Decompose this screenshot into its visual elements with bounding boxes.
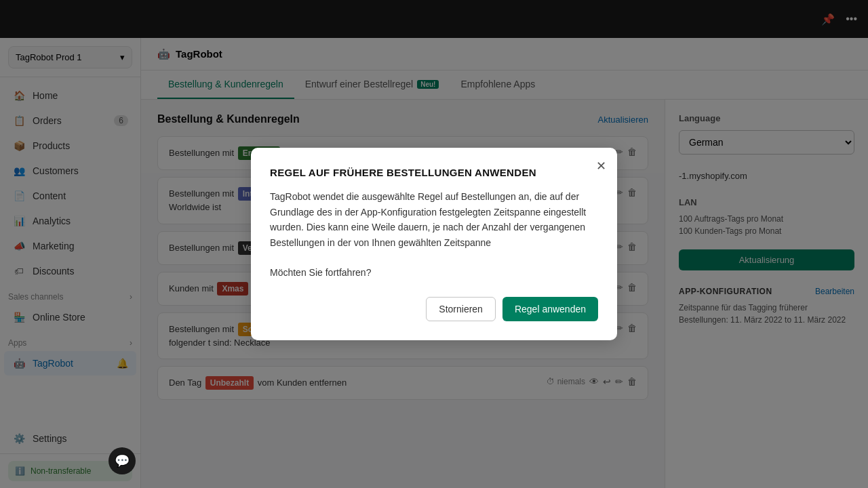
cancel-button[interactable]: Stornieren [426, 297, 496, 321]
modal-body-line1: TagRobot wendet die ausgewählte Regel au… [270, 189, 598, 250]
apply-rule-button[interactable]: Regel anwenden [502, 297, 598, 321]
modal-title: REGEL AUF FRÜHERE BESTELLUNGEN ANWENDEN [270, 167, 598, 178]
modal-body: TagRobot wendet die ausgewählte Regel au… [270, 189, 598, 280]
modal-body-line2: Möchten Sie fortfahren? [270, 265, 598, 280]
modal-overlay: REGEL AUF FRÜHERE BESTELLUNGEN ANWENDEN … [0, 0, 868, 488]
modal-footer: Stornieren Regel anwenden [270, 297, 598, 321]
chat-button[interactable]: 💬 [108, 447, 136, 474]
modal-close-button[interactable]: ✕ [596, 159, 606, 174]
chat-icon: 💬 [115, 453, 130, 468]
modal-dialog: REGEL AUF FRÜHERE BESTELLUNGEN ANWENDEN … [251, 148, 617, 340]
